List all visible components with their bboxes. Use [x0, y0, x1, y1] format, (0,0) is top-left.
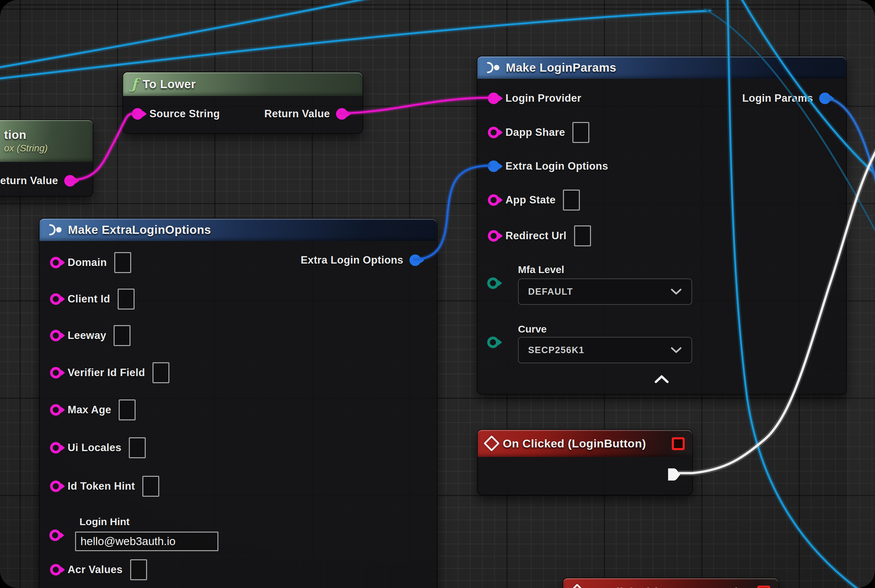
pin-label: Source String	[149, 108, 220, 120]
pin-label: Client Id	[68, 293, 110, 305]
chevron-down-icon	[671, 347, 682, 354]
pin-label: App State	[505, 194, 555, 206]
delegate-pin-icon[interactable]	[757, 586, 770, 588]
input-pin-string[interactable]	[50, 257, 62, 268]
login-hint-value: hello@web3auth.io	[80, 535, 176, 548]
wire-cyan-top-steep[interactable]	[0, 0, 370, 68]
mfa-level-value: DEFAULT	[528, 286, 573, 297]
input-pin-string[interactable]	[50, 293, 62, 305]
pin-row-extra-login-options-out: Extra Login Options	[301, 254, 421, 266]
chevron-up-icon	[654, 375, 669, 383]
node-melo-header[interactable]: Make ExtraLoginOptions	[39, 219, 437, 241]
id-token-hint-default-value-box[interactable]	[142, 476, 159, 497]
verifier-id-field-default-value-box[interactable]	[152, 362, 169, 383]
pin-row-id-token-hint: Id Token Hint	[50, 476, 159, 497]
make-struct-icon	[48, 224, 63, 236]
input-pin-string[interactable]	[488, 127, 499, 138]
pin-label: Leeway	[68, 330, 106, 342]
input-pin-enum[interactable]	[487, 337, 499, 348]
pin-row-return-value-partial: eturn Value	[0, 175, 76, 187]
output-pin-string[interactable]	[336, 108, 347, 120]
node-make-extra-login-options[interactable]: Make ExtraLoginOptions Extra Login Optio…	[39, 218, 438, 588]
redirect-url-default-value-box[interactable]	[574, 225, 591, 246]
event-diamond-icon	[569, 584, 585, 588]
blueprint-graph-canvas[interactable]: tion ox (String) eturn Value ƒ To Lower …	[0, 0, 875, 588]
wire-string-2-glow	[341, 98, 490, 113]
event-diamond-icon	[484, 435, 500, 452]
pin-row-max-age: Max Age	[50, 399, 135, 420]
input-pin-string[interactable]	[50, 480, 62, 492]
input-pin-string[interactable]	[50, 330, 62, 341]
client-id-default-value-box[interactable]	[118, 289, 135, 309]
mfa-level-dropdown[interactable]: DEFAULT	[518, 279, 692, 305]
mfa-level-label: Mfa Level	[518, 264, 564, 275]
input-pin-string[interactable]	[132, 108, 143, 120]
node-onclicked-login-header[interactable]: On Clicked (LoginButton)	[478, 430, 692, 457]
pin-row-domain: Domain	[50, 252, 131, 273]
pin-label: Extra Login Options	[505, 160, 608, 172]
delegate-pin-icon[interactable]	[672, 437, 685, 450]
blueprint-editor-screenshot: tion ox (String) eturn Value ƒ To Lower …	[0, 0, 875, 588]
node-to-lower-header[interactable]: ƒ To Lower	[123, 72, 362, 96]
acr-values-default-value-box[interactable]	[130, 559, 147, 580]
pin-label: eturn Value	[0, 175, 58, 187]
pin-row-dapp-share: Dapp Share	[488, 122, 589, 143]
pin-row-extra-login-options-in: Extra Login Options	[488, 160, 608, 172]
node-partial-function[interactable]: tion ox (String) eturn Value	[0, 119, 93, 196]
app-state-default-value-box[interactable]	[563, 190, 580, 210]
input-pin-enum[interactable]	[487, 278, 499, 289]
dapp-share-default-value-box[interactable]	[573, 122, 589, 143]
exec-output-pin[interactable]	[665, 466, 683, 483]
pin-row-verifier-id-field: Verifier Id Field	[50, 362, 169, 383]
collapse-node-button[interactable]	[651, 374, 672, 385]
node-title: Make ExtraLoginOptions	[68, 223, 211, 237]
node-to-lower[interactable]: ƒ To Lower Source String Return Value	[122, 72, 363, 134]
pin-label: Verifier Id Field	[68, 367, 145, 379]
pin-row-login-params-out: Login Params	[742, 92, 831, 104]
node-mlp-header[interactable]: Make LoginParams	[477, 56, 846, 79]
input-pin-string[interactable]	[50, 530, 61, 541]
input-pin-string[interactable]	[488, 93, 499, 104]
node-make-login-params[interactable]: Make LoginParams Login Params Login Prov…	[477, 56, 847, 395]
leeway-default-value-box[interactable]	[114, 325, 131, 346]
pin-label: Acr Values	[68, 564, 123, 576]
login-hint-input[interactable]: hello@web3auth.io	[75, 532, 218, 551]
curve-dropdown[interactable]: SECP256K1	[518, 337, 692, 363]
pin-label: Id Token Hint	[68, 480, 135, 492]
pure-function-icon: ƒ	[131, 77, 137, 91]
pin-label: Redirect Url	[505, 230, 567, 242]
login-hint-label: Login Hint	[80, 516, 129, 528]
pin-row-client-id: Client Id	[50, 289, 135, 309]
pin-row-ui-locales: Ui Locales	[50, 437, 146, 458]
node-title: On Clicked (LoginButton)	[503, 437, 646, 450]
input-pin-string[interactable]	[50, 564, 62, 576]
pin-label: Domain	[68, 256, 107, 268]
output-pin-struct[interactable]	[819, 93, 831, 104]
pin-row-acr-values: Acr Values	[50, 559, 147, 580]
pin-row-leeway: Leeway	[50, 325, 131, 346]
max-age-default-value-box[interactable]	[119, 399, 135, 420]
curve-label: Curve	[518, 323, 547, 335]
graph-comment-region	[847, 0, 875, 588]
domain-default-value-box[interactable]	[114, 252, 131, 273]
output-pin-string[interactable]	[64, 175, 76, 186]
ui-locales-default-value-box[interactable]	[129, 437, 146, 458]
input-pin-string[interactable]	[50, 404, 62, 416]
wire-cyan-top-steep-glow	[0, 0, 370, 68]
input-pin-struct[interactable]	[488, 160, 499, 172]
node-onclicked-logout-header[interactable]: On Clicked (LogoutButton)	[563, 578, 778, 588]
node-on-clicked-login-button[interactable]: On Clicked (LoginButton)	[477, 429, 693, 495]
node-on-clicked-logout-button[interactable]: On Clicked (LogoutButton)	[562, 578, 779, 588]
input-pin-string[interactable]	[50, 367, 62, 378]
chevron-down-icon	[671, 288, 682, 295]
pin-row-source-string: Source String	[132, 108, 220, 120]
input-pin-string[interactable]	[50, 442, 62, 453]
node-title: Make LoginParams	[506, 61, 616, 74]
node-partial-function-header[interactable]: tion ox (String)	[0, 120, 93, 162]
wire-string-tolower-to-loginprovider[interactable]	[341, 98, 490, 113]
input-pin-string[interactable]	[488, 194, 499, 206]
input-pin-string[interactable]	[488, 230, 499, 242]
pin-label: Ui Locales	[68, 442, 121, 454]
pin-label: Max Age	[68, 404, 111, 416]
output-pin-struct[interactable]	[409, 255, 421, 266]
